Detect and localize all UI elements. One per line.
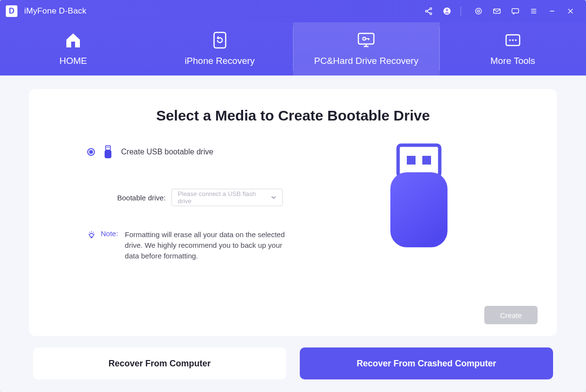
more-dots-icon	[504, 31, 522, 49]
svg-rect-40	[398, 145, 440, 176]
svg-rect-42	[422, 156, 431, 165]
svg-point-8	[478, 10, 480, 13]
share-icon[interactable]	[422, 4, 435, 18]
main-card: Select a Media to Create Bootable Drive …	[29, 89, 557, 336]
svg-rect-18	[214, 32, 226, 48]
radio-selected[interactable]	[87, 148, 95, 156]
note-label: Note:	[101, 229, 118, 238]
note-row: Note: Formatting will erase all your dat…	[87, 229, 315, 261]
app-window: D iMyFone D-Back	[0, 0, 586, 392]
app-title: iMyFone D-Back	[24, 6, 86, 16]
tab-bar: HOME iPhone Recovery PC&Hard Drive Recov…	[0, 22, 586, 75]
svg-rect-43	[390, 172, 447, 247]
svg-line-4	[427, 12, 430, 14]
monitor-key-icon	[357, 31, 375, 49]
svg-rect-10	[512, 9, 519, 13]
tab-pc-hard-drive-recovery[interactable]: PC&Hard Drive Recovery	[293, 22, 440, 75]
svg-rect-32	[105, 150, 111, 158]
app-logo: D	[6, 5, 17, 17]
option-label: Create USB bootable drive	[121, 148, 213, 156]
svg-point-7	[476, 8, 481, 14]
svg-point-27	[512, 39, 514, 41]
options-column: Create USB bootable drive Bootable drive…	[63, 138, 315, 321]
svg-point-28	[515, 39, 517, 41]
option-usb-bootable[interactable]: Create USB bootable drive	[87, 145, 315, 159]
svg-point-26	[509, 39, 511, 41]
recover-from-computer-button[interactable]: Recover From Computer	[33, 347, 286, 379]
tab-more-tools[interactable]: More Tools	[440, 22, 586, 75]
svg-line-37	[90, 232, 90, 233]
tab-home[interactable]: HOME	[0, 22, 147, 75]
svg-point-6	[446, 9, 448, 11]
svg-rect-17	[71, 42, 75, 47]
titlebar: D iMyFone D-Back	[0, 0, 586, 22]
close-icon[interactable]	[564, 4, 577, 18]
create-button[interactable]: Create	[484, 306, 538, 324]
svg-line-38	[93, 232, 93, 233]
svg-rect-29	[106, 146, 110, 150]
lightbulb-icon	[87, 230, 96, 239]
tab-label: More Tools	[490, 56, 535, 66]
tab-iphone-recovery[interactable]: iPhone Recovery	[147, 22, 293, 75]
tab-label: iPhone Recovery	[185, 56, 255, 66]
svg-rect-30	[107, 147, 108, 148]
settings-gear-icon[interactable]	[472, 4, 485, 18]
bootable-drive-row: Bootable drive: Please connect a USB fla…	[117, 189, 315, 206]
chevron-down-icon	[271, 195, 277, 200]
dropdown-placeholder: Please connect a USB flash drive	[178, 190, 271, 205]
tab-label: PC&Hard Drive Recovery	[314, 56, 418, 66]
mail-icon[interactable]	[490, 4, 504, 18]
page-title: Select a Media to Create Bootable Drive	[63, 107, 523, 124]
svg-point-33	[90, 233, 93, 237]
bootable-drive-dropdown[interactable]: Please connect a USB flash drive	[171, 189, 283, 206]
menu-icon[interactable]	[527, 4, 540, 18]
phone-refresh-icon	[213, 31, 227, 49]
illustration-column	[315, 138, 523, 321]
avatar-icon[interactable]	[440, 4, 454, 18]
content-area: Select a Media to Create Bootable Drive …	[0, 75, 586, 392]
svg-point-22	[363, 37, 366, 40]
dropdown-label: Bootable drive:	[117, 194, 166, 202]
chat-icon[interactable]	[509, 4, 522, 18]
usb-small-icon	[104, 145, 112, 159]
recover-from-crashed-computer-button[interactable]: Recover From Crashed Computer	[300, 347, 553, 379]
tab-label: HOME	[60, 56, 87, 66]
titlebar-divider	[461, 6, 461, 16]
usb-large-icon	[387, 143, 450, 250]
note-text: Formatting will erase all your data on t…	[125, 229, 294, 261]
svg-line-3	[427, 9, 430, 11]
svg-rect-31	[108, 147, 109, 148]
svg-rect-41	[407, 156, 416, 165]
svg-rect-39	[91, 237, 93, 238]
bottom-button-row: Recover From Computer Recover From Crash…	[29, 347, 557, 382]
home-icon	[64, 31, 82, 49]
minimize-icon[interactable]	[545, 4, 559, 18]
